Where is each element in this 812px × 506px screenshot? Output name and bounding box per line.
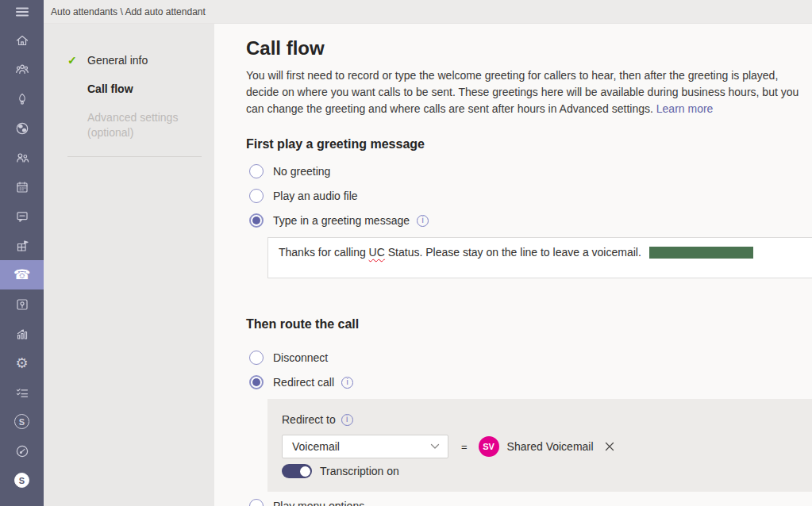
info-icon[interactable]: i xyxy=(341,377,353,389)
radio-label: Redirect call xyxy=(273,376,334,389)
learn-more-link[interactable]: Learn more xyxy=(656,102,714,115)
dropdown-selected-value: Voicemail xyxy=(292,440,340,453)
radio-circle-icon xyxy=(249,351,264,365)
rail-item-voice[interactable]: ☎ xyxy=(0,260,44,289)
rail-item-call-quality[interactable] xyxy=(0,436,44,466)
radio-circle-icon xyxy=(249,499,264,506)
top-bar: Auto attendants \ Add auto attendant xyxy=(44,0,812,24)
calendar-icon xyxy=(14,179,30,195)
radio-circle-icon xyxy=(249,164,264,178)
rail-item-skype[interactable]: S xyxy=(0,466,44,495)
rail-item-users[interactable] xyxy=(0,143,44,172)
gauge-icon xyxy=(14,443,30,459)
chart-icon xyxy=(14,326,30,342)
wizard-step-sublabel: (optional) xyxy=(87,126,133,139)
radio-no-greeting[interactable]: No greeting xyxy=(249,163,812,179)
rail-item-home[interactable] xyxy=(0,25,44,55)
breadcrumb[interactable]: Auto attendants \ Add auto attendant xyxy=(51,6,206,17)
users-icon xyxy=(14,150,30,166)
chat-icon xyxy=(14,209,30,224)
app-rail: ☎ ⚙ S S xyxy=(0,0,44,506)
rail-item-teams-apps[interactable] xyxy=(0,231,44,260)
call-flow-page: Call flow You will first need to record … xyxy=(214,24,812,506)
checklist-icon xyxy=(14,385,30,401)
rail-item-analytics[interactable] xyxy=(0,319,44,348)
rail-item-planning[interactable] xyxy=(0,378,44,407)
redirect-target-name: Shared Voicemail xyxy=(507,440,594,453)
apps-icon xyxy=(14,238,30,254)
radio-play-audio-file[interactable]: Play an audio file xyxy=(249,188,812,204)
skype-filled-icon: S xyxy=(14,473,29,488)
greeting-text: Status. Please stay on the line to leave… xyxy=(385,246,641,259)
greeting-text: Thanks for calling xyxy=(279,246,369,259)
page-title: Call flow xyxy=(246,36,812,60)
rail-item-legacy-portal[interactable]: S xyxy=(0,407,44,436)
radio-circle-icon xyxy=(249,213,264,228)
remove-target-button[interactable] xyxy=(604,441,615,452)
route-section-heading: Then route the call xyxy=(246,316,812,332)
hamburger-icon xyxy=(14,4,30,20)
redirect-to-row: Redirect to i xyxy=(282,412,812,427)
wizard-step-general-info[interactable]: ✓ General info xyxy=(44,53,214,68)
redacted-text-block xyxy=(649,247,753,259)
rail-item-org-settings[interactable]: ⚙ xyxy=(0,348,44,378)
rail-item-messaging[interactable] xyxy=(0,201,44,231)
radio-play-menu-options[interactable]: Play menu options xyxy=(249,498,812,506)
wizard-step-label: Advanced settings xyxy=(87,111,178,124)
teams-people-icon xyxy=(14,62,30,78)
map-pin-icon xyxy=(14,297,30,312)
devices-icon xyxy=(14,91,30,107)
equals-sign: = xyxy=(461,441,468,453)
greeting-text-input[interactable]: Thanks for calling UC Status. Please sta… xyxy=(267,237,812,278)
radio-type-greeting-message[interactable]: Type in a greeting message i xyxy=(249,213,812,228)
skype-outline-icon: S xyxy=(14,414,29,429)
gear-icon: ⚙ xyxy=(15,356,28,370)
redirect-to-label: Redirect to xyxy=(282,413,336,426)
chevron-down-icon xyxy=(430,443,440,450)
greeting-section-heading: First play a greeting message xyxy=(246,136,812,152)
radio-disconnect[interactable]: Disconnect xyxy=(249,350,812,366)
transcription-row: Transcription on xyxy=(282,464,812,478)
rail-item-devices[interactable] xyxy=(0,84,44,113)
redirect-settings-panel: Redirect to i Voicemail = SV Shared Voic… xyxy=(267,399,812,492)
info-icon[interactable]: i xyxy=(341,414,353,426)
home-icon xyxy=(14,33,30,48)
menu-button[interactable] xyxy=(0,0,44,24)
globe-icon xyxy=(14,121,30,136)
wizard-step-label: Call flow xyxy=(87,82,133,97)
avatar: SV xyxy=(479,436,499,457)
redirect-target-row: Voicemail = SV Shared Voicemail xyxy=(282,435,812,458)
greeting-text-misspelled: UC xyxy=(369,246,385,259)
wizard-divider xyxy=(67,156,202,157)
radio-label: Play menu options xyxy=(273,500,364,506)
info-icon[interactable]: i xyxy=(417,215,429,227)
completed-check-icon: ✓ xyxy=(67,53,80,68)
wizard-step-nav: ✓ General info Call flow Advanced settin… xyxy=(44,24,214,506)
rail-item-meetings[interactable] xyxy=(0,172,44,201)
rail-item-locations-globe[interactable] xyxy=(0,113,44,143)
radio-circle-icon xyxy=(249,375,264,389)
rail-item-teams[interactable] xyxy=(0,55,44,84)
radio-label: Disconnect xyxy=(273,351,328,364)
radio-redirect-call[interactable]: Redirect call i xyxy=(249,374,812,390)
rail-item-locations[interactable] xyxy=(0,289,44,319)
wizard-step-call-flow[interactable]: Call flow xyxy=(44,82,214,97)
redirect-to-dropdown[interactable]: Voicemail xyxy=(282,435,448,458)
radio-label: Type in a greeting message xyxy=(273,214,410,227)
page-description: You will first need to record or type th… xyxy=(246,67,806,117)
wizard-step-advanced-settings: Advanced settings (optional) xyxy=(44,110,214,140)
phone-icon: ☎ xyxy=(13,268,30,282)
transcription-toggle[interactable] xyxy=(282,464,312,478)
radio-label: Play an audio file xyxy=(273,190,358,202)
wizard-step-label: General info xyxy=(87,53,148,68)
transcription-toggle-label: Transcription on xyxy=(320,465,399,477)
radio-label: No greeting xyxy=(273,165,330,178)
radio-circle-icon xyxy=(249,189,264,203)
close-icon xyxy=(604,441,615,452)
